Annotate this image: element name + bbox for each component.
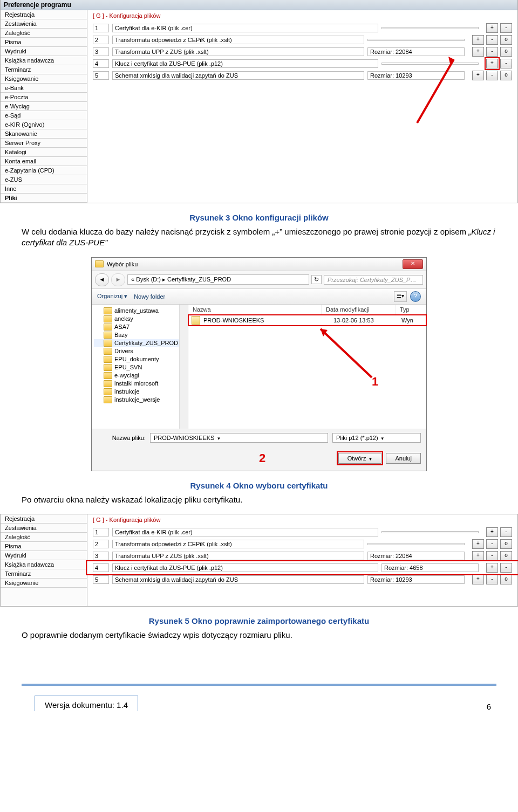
header-name[interactable]: Nazwa xyxy=(188,305,322,314)
row-buttons: +- xyxy=(482,23,512,33)
config-row: 1Certyfikat dla e-KIR (plik .cer)+- xyxy=(87,22,517,34)
sidebar-item[interactable]: e-Sąd xyxy=(1,111,87,120)
remove-button[interactable]: - xyxy=(486,551,498,561)
tree-item[interactable]: EPU_dokumenty xyxy=(94,355,186,363)
file-row[interactable]: PROD-WNIOSKIEEKS 13-02-06 13:53 Wyn xyxy=(188,315,426,326)
sidebar-item[interactable]: Wydruki xyxy=(1,551,87,560)
remove-button[interactable]: - xyxy=(500,527,512,537)
sidebar-item[interactable]: Pisma xyxy=(1,542,87,551)
sidebar-item[interactable]: Konta email xyxy=(1,157,87,166)
sidebar-item[interactable]: e-KIR (Ognivo) xyxy=(1,120,87,129)
sidebar-item[interactable]: Pliki xyxy=(1,194,87,203)
sidebar-item[interactable]: e-Poczta xyxy=(1,93,87,102)
row-number: 4 xyxy=(93,59,109,68)
add-button[interactable]: + xyxy=(486,563,498,573)
sidebar-item[interactable]: Księgowanie xyxy=(1,579,87,588)
sidebar-item[interactable]: Wydruki xyxy=(1,47,87,56)
tree-item[interactable]: e-wyciągi xyxy=(94,371,186,380)
refresh-button[interactable]: ↻ xyxy=(311,275,322,284)
list-headers: Nazwa Data modyfikacji Typ xyxy=(188,305,426,315)
close-button[interactable]: ✕ xyxy=(403,259,423,269)
sidebar-item[interactable]: Terminarz xyxy=(1,569,87,579)
open-button[interactable]: o xyxy=(500,539,512,549)
prefs-window-after: RejestracjaZestawieniaZaległośćPismaWydr… xyxy=(0,514,518,607)
tree-item[interactable]: alimenty_ustawa xyxy=(94,307,186,315)
new-folder-button[interactable]: Nowy folder xyxy=(134,293,165,300)
sidebar-item[interactable]: Zaległość xyxy=(1,29,87,38)
sidebar-item[interactable]: e-Wyciąg xyxy=(1,102,87,111)
filetype-select[interactable]: Pliki p12 (*.p12)▼ xyxy=(332,433,421,443)
add-button[interactable]: + xyxy=(472,539,484,549)
sidebar-item[interactable]: Serwer Proxy xyxy=(1,139,87,148)
open-button[interactable]: Otwórz▼ xyxy=(338,453,382,464)
sidebar-item[interactable]: Katalogi xyxy=(1,148,87,157)
remove-button[interactable]: - xyxy=(486,539,498,549)
sidebar-item[interactable]: Zestawienia xyxy=(1,524,87,533)
nav-back-button[interactable]: ◄ xyxy=(95,273,109,286)
open-button[interactable]: o xyxy=(500,575,512,584)
row-size xyxy=(381,27,479,29)
remove-button[interactable]: - xyxy=(486,47,498,57)
remove-button[interactable]: - xyxy=(500,23,512,33)
sidebar-item[interactable]: Księgowanie xyxy=(1,74,87,84)
row-number: 1 xyxy=(93,528,109,536)
row-buttons: +-o xyxy=(468,47,512,57)
tree-item[interactable]: Bazy xyxy=(94,331,186,339)
open-button[interactable]: o xyxy=(500,47,512,57)
sidebar-item[interactable]: e-Bank xyxy=(1,84,87,93)
add-button[interactable]: + xyxy=(472,47,484,57)
prefs-sidebar: RejestracjaZestawieniaZaległośćPismaWydr… xyxy=(1,10,87,203)
tree-item[interactable]: EPU_SVN xyxy=(94,363,186,371)
header-type[interactable]: Typ xyxy=(396,305,426,314)
add-button[interactable]: + xyxy=(472,551,484,561)
sidebar-item[interactable]: Skanowanie xyxy=(1,129,87,139)
sidebar-item[interactable]: Rejestracja xyxy=(1,514,87,524)
sidebar-item[interactable]: Inne xyxy=(1,184,87,194)
tree-item[interactable]: Drivers xyxy=(94,347,186,355)
cancel-button[interactable]: Anuluj xyxy=(386,453,421,464)
tree-item[interactable]: Certyfikaty_ZUS_PROD xyxy=(94,339,186,347)
tree-item[interactable]: ASA7 xyxy=(94,323,186,331)
header-date[interactable]: Data modyfikacji xyxy=(322,305,396,314)
figure-caption-3: Rysunek 3 Okno konfiguracji plików xyxy=(0,213,518,222)
add-button[interactable]: + xyxy=(486,23,498,33)
remove-button[interactable]: - xyxy=(500,59,512,68)
sidebar-item[interactable]: Rejestracja xyxy=(1,10,87,19)
add-button[interactable]: + xyxy=(472,35,484,45)
sidebar-item[interactable]: Książka nadawcza xyxy=(1,56,87,65)
search-input[interactable]: Przeszukaj: Certyfikaty_ZUS_P… xyxy=(324,275,423,285)
tree-item-label: EPU_dokumenty xyxy=(114,356,159,362)
open-button[interactable]: o xyxy=(500,35,512,45)
add-button[interactable]: + xyxy=(486,59,498,68)
sidebar-item[interactable]: e-Zapytania (CPD) xyxy=(1,166,87,175)
sidebar-item[interactable]: Terminarz xyxy=(1,65,87,74)
nav-forward-button[interactable]: ► xyxy=(111,273,125,286)
view-mode-button[interactable]: ☰▾ xyxy=(394,291,407,302)
sidebar-item[interactable]: Książka nadawcza xyxy=(1,560,87,569)
tree-item[interactable]: instrukcje_wersje xyxy=(94,396,186,404)
remove-button[interactable]: - xyxy=(486,35,498,45)
tree-scrollbar[interactable] xyxy=(179,305,188,429)
sidebar-item[interactable]: e-ZUS xyxy=(1,175,87,184)
open-button[interactable]: o xyxy=(500,551,512,561)
sidebar-item[interactable]: Pisma xyxy=(1,38,87,47)
add-button[interactable]: + xyxy=(472,71,484,80)
open-button[interactable]: o xyxy=(500,71,512,80)
remove-button[interactable]: - xyxy=(486,71,498,80)
filename-input[interactable]: PROD-WNIOSKIEEKS▼ xyxy=(150,433,328,443)
sidebar-item[interactable]: Zestawienia xyxy=(1,19,87,29)
para1-text: W celu dodania klucza do bazy należy nac… xyxy=(22,227,468,236)
add-button[interactable]: + xyxy=(472,575,484,584)
remove-button[interactable]: - xyxy=(486,575,498,584)
organize-button[interactable]: Organizuj ▾ xyxy=(97,293,127,300)
tree-item[interactable]: instrukcje xyxy=(94,388,186,396)
sidebar-item[interactable]: Zaległość xyxy=(1,533,87,542)
tree-item[interactable]: instalki microsoft xyxy=(94,380,186,388)
help-icon[interactable]: ? xyxy=(410,291,421,302)
remove-button[interactable]: - xyxy=(500,563,512,573)
tree-item[interactable]: aneksy xyxy=(94,315,186,323)
address-bar[interactable]: « Dysk (D:) ▸ Certyfikaty_ZUS_PROD xyxy=(127,274,309,285)
row-size: Rozmiar: 10293 xyxy=(367,575,465,584)
add-button[interactable]: + xyxy=(486,527,498,537)
prefs-window: Preferencje programu RejestracjaZestawie… xyxy=(0,0,518,203)
